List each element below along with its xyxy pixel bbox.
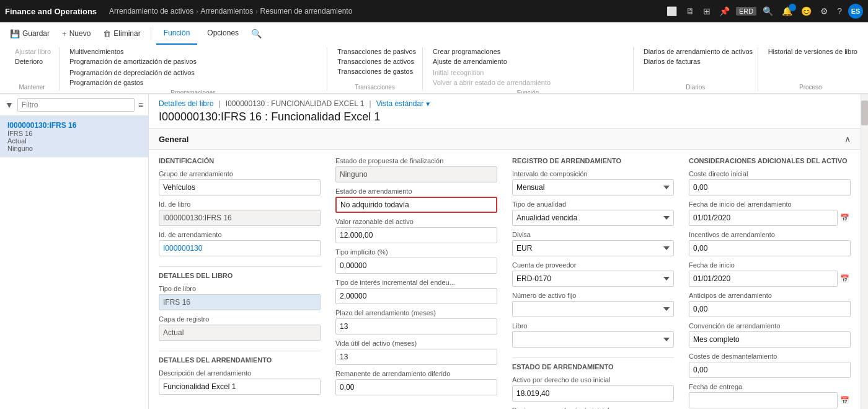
tipo-libro-input[interactable] <box>159 294 321 310</box>
trans-pasivos-button[interactable]: Transacciones de pasivos <box>335 47 418 56</box>
diarios-arrend-button[interactable]: Diarios de arrendamiento de activos <box>641 47 755 56</box>
convencion-input[interactable] <box>689 331 851 348</box>
fecha-inicio-arrend-wrapper: 📅 <box>689 210 851 226</box>
historial-versiones-button[interactable]: Historial de versiones de libro <box>766 47 860 56</box>
fecha-inicio-input[interactable] <box>689 271 838 287</box>
tipo-anualidad-select[interactable]: Anualidad vencida <box>512 210 674 226</box>
remanente-label: Remanente de arrendamiento diferido <box>335 370 497 377</box>
id-arrend-input[interactable] <box>159 240 321 256</box>
trans-activos-button[interactable]: Transacciones de activos <box>335 57 418 66</box>
anticipos-input[interactable] <box>689 301 851 317</box>
section-header-general[interactable]: General ∧ <box>149 129 861 150</box>
calendar-icon-3[interactable]: 📅 <box>839 395 851 406</box>
tab-funcion[interactable]: Función <box>156 22 198 45</box>
content-breadcrumb-sep2: | <box>370 99 371 108</box>
remanente-input[interactable] <box>335 379 497 395</box>
anticipos-field: Anticipos de arrendamiento <box>689 292 851 317</box>
collapse-icon[interactable]: ∧ <box>844 134 851 144</box>
deterioro-button[interactable]: Deterioro <box>12 57 53 66</box>
tipo-implicito-input[interactable] <box>335 258 497 274</box>
fecha-inicio-arrend-input[interactable] <box>689 210 838 226</box>
ribbon-commands-row: 💾 Guardar + Nuevo 🗑 Eliminar Función Opc… <box>0 22 868 45</box>
activo-derecho-input[interactable] <box>512 385 674 402</box>
tipo-interes-input[interactable] <box>335 288 497 304</box>
tab-opciones[interactable]: Opciones <box>200 22 246 45</box>
new-label: Nuevo <box>69 29 91 38</box>
descripcion-input[interactable] <box>159 379 321 395</box>
view-selector[interactable]: Vista estándar ▼ <box>376 99 431 108</box>
costes-desmantelamiento-input[interactable] <box>689 362 851 378</box>
filter-icon[interactable]: ▼ <box>5 100 14 110</box>
settings-icon[interactable]: ⚙ <box>818 5 831 17</box>
ribbon-group-transacciones-items: Transacciones de pasivos Transacciones d… <box>335 47 415 81</box>
content-breadcrumb-detalles[interactable]: Detalles del libro <box>159 99 214 108</box>
prog-amortizacion-button[interactable]: Programación de amortización de pasivos <box>67 57 199 66</box>
section-body-general: IDENTIFICACIÓN Grupo de arrendamiento Id… <box>149 150 861 409</box>
list-item[interactable]: I000000130:IFRS 16 IFRS 16 Actual Ningun… <box>0 116 148 158</box>
calendar-icon-1[interactable]: 📅 <box>839 212 851 223</box>
ribbon-search-icon[interactable]: 🔍 <box>251 29 262 38</box>
breadcrumb-item-1[interactable]: Arrendamiento de activos <box>109 7 193 16</box>
initial-recognition-button[interactable]: Initial recognition <box>430 68 553 77</box>
vida-util-input[interactable] <box>335 349 497 365</box>
valor-razonable-input[interactable] <box>335 227 497 243</box>
convencion-label: Convención de arrendamiento <box>689 322 851 330</box>
incentivos-input[interactable] <box>689 240 851 256</box>
calendar-icon-2[interactable]: 📅 <box>839 273 851 284</box>
sidebar: ▼ ≡ I000000130:IFRS 16 IFRS 16 Actual Ni… <box>0 94 149 409</box>
multivencimientos-button[interactable]: Multivencimientos <box>67 47 199 56</box>
plazo-input[interactable] <box>335 318 497 335</box>
menu-icon[interactable]: ≡ <box>138 100 143 110</box>
fecha-entrega-input[interactable] <box>689 392 838 408</box>
fecha-entrega-field: Fecha de entrega 📅 <box>689 383 851 408</box>
notification-icon[interactable]: 🔔 <box>779 6 795 16</box>
diarios-facturas-button[interactable]: Diarios de facturas <box>641 57 755 66</box>
search-icon[interactable]: 🔍 <box>760 5 776 17</box>
estado-arrend-input[interactable] <box>335 197 497 213</box>
id-libro-input[interactable] <box>159 210 321 226</box>
scroll-indicator[interactable] <box>861 94 868 409</box>
descripcion-field: Descripción del arrendamiento <box>159 369 321 395</box>
help-icon[interactable]: ? <box>835 5 844 17</box>
estado-propuesta-label: Estado de propuesta de finalización <box>335 157 497 164</box>
ajuste-arrend-button[interactable]: Ajuste de arrendamiento <box>430 57 510 66</box>
monitor-icon[interactable]: 🖥 <box>683 5 697 17</box>
crear-programaciones-button[interactable]: Crear programaciones <box>430 47 510 56</box>
new-button[interactable]: + Nuevo <box>57 27 95 41</box>
funcion2-items: Initial recognition Volver a abrir estad… <box>430 68 553 87</box>
avatar[interactable]: ES <box>848 4 863 19</box>
intervalo-select[interactable]: Mensual <box>512 179 674 196</box>
pin-icon[interactable]: 📌 <box>717 5 732 17</box>
app-title: Finance and Operations <box>5 7 97 16</box>
ajustar-libro-button[interactable]: Ajustar libro <box>12 47 53 56</box>
registro-header: REGISTRO DE ARRENDAMIENTO <box>512 157 674 164</box>
breadcrumb-item-2[interactable]: Arrendamientos <box>201 7 254 16</box>
mantener-label: Mantener <box>12 81 51 91</box>
search-input[interactable] <box>17 98 135 112</box>
divisa-select[interactable]: EUR <box>512 240 674 256</box>
delete-button[interactable]: 🗑 Eliminar <box>98 27 145 41</box>
coste-directo-label: Coste directo inicial <box>689 170 851 178</box>
coste-directo-input[interactable] <box>689 179 851 196</box>
breadcrumb-item-3[interactable]: Resumen de arrendamiento <box>260 7 353 16</box>
sidebar-item-title: I000000130:IFRS 16 <box>7 121 141 130</box>
prog-depreciacion-button[interactable]: Programación de depreciación de activos <box>67 68 197 77</box>
cuenta-proveedor-select[interactable]: ERD-0170 <box>512 271 674 287</box>
num-activo-select[interactable] <box>512 301 674 317</box>
tipo-interes-label: Tipo de interés incremental del endeu... <box>335 279 497 286</box>
grid-icon[interactable]: ⊞ <box>701 5 713 17</box>
save-button[interactable]: 💾 Guardar <box>5 27 55 41</box>
prog-gastos-button[interactable]: Programación de gastos <box>67 78 197 87</box>
trans-gastos-button[interactable]: Transacciones de gastos <box>335 67 418 76</box>
volver-abrir-button[interactable]: Volver a abrir estado de arrendamiento <box>430 78 553 87</box>
libro-select[interactable] <box>512 331 674 348</box>
incentivos-label: Incentivos de arrendamiento <box>689 231 851 238</box>
capa-registro-input[interactable] <box>159 325 321 341</box>
estado-propuesta-field: Estado de propuesta de finalización <box>335 157 497 182</box>
window-icon[interactable]: ⬜ <box>664 5 680 17</box>
tab-opciones-label: Opciones <box>207 29 239 37</box>
fecha-inicio-label: Fecha de inicio <box>689 261 851 269</box>
col4: CONSIDERACIONES ADICIONALES DEL ACTIVO C… <box>689 157 851 409</box>
grupo-input[interactable] <box>159 179 321 196</box>
face-icon[interactable]: 😊 <box>799 5 814 17</box>
